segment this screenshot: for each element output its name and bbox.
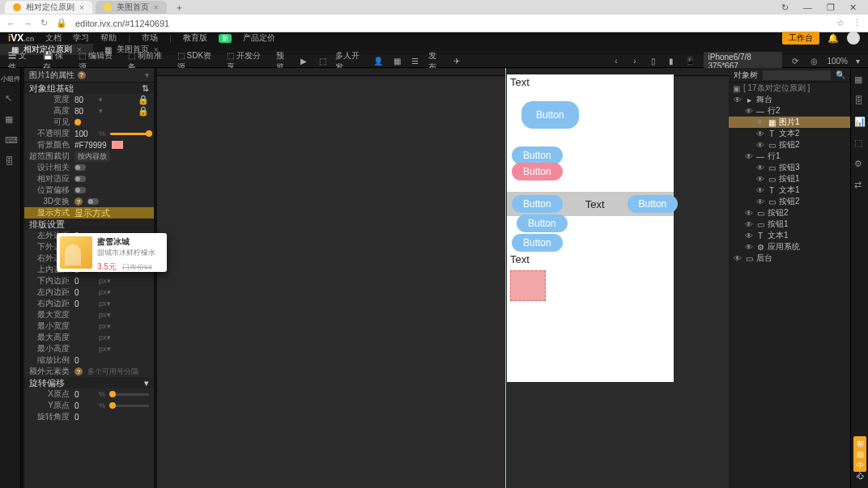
canvas-button-4[interactable]: Button	[512, 195, 563, 213]
color-swatch[interactable]	[112, 141, 123, 149]
opacity-input[interactable]: 100	[74, 129, 94, 138]
tree-row-2[interactable]: 👁▦图片1	[729, 117, 850, 128]
workspace-button[interactable]: 工作台	[782, 32, 819, 45]
tree-row-12[interactable]: 👁T文本1	[729, 230, 850, 241]
back-icon[interactable]: ←	[6, 19, 15, 28]
lock-icon-2[interactable]: 🔒	[138, 106, 149, 117]
yorigin-slider[interactable]	[110, 405, 149, 407]
tree-row-9[interactable]: 👁▭按钮2	[729, 196, 850, 207]
new-tab[interactable]: ＋	[175, 2, 184, 14]
help-float[interactable]: 帮助中心	[853, 436, 866, 472]
search-icon[interactable]: 🔍	[836, 70, 845, 79]
eye-icon[interactable]: 👁	[745, 152, 753, 161]
eye-icon[interactable]: 👁	[756, 197, 764, 206]
rr-swap-icon[interactable]: ⇄	[854, 180, 866, 191]
bgcolor-input[interactable]: #F79999	[74, 141, 107, 150]
width-input[interactable]: 80	[74, 95, 94, 104]
canvas-button-3[interactable]: Button	[512, 163, 563, 180]
eye-icon[interactable]: 👁	[734, 254, 742, 263]
tree-row-13[interactable]: 👁⚙应用系统	[729, 241, 850, 252]
clip-select[interactable]: 按内容放	[74, 151, 110, 162]
grid-icon[interactable]: ▦	[392, 56, 402, 67]
props-collapse-icon[interactable]: ▾	[145, 70, 149, 79]
rot-section[interactable]: 旋转偏移 ▾	[24, 377, 154, 388]
tree-search[interactable]	[763, 70, 831, 80]
zoom-down-icon[interactable]: ▾	[856, 57, 860, 66]
phone-icon[interactable]: 📱	[685, 56, 696, 67]
rr-db-icon[interactable]: 🗄	[854, 95, 866, 107]
tree-row-5[interactable]: 👁—行1	[729, 151, 850, 162]
eye-icon[interactable]: 👁	[756, 129, 764, 138]
menu-edu[interactable]: 教育版	[183, 32, 207, 44]
eye-icon[interactable]: 👁	[745, 231, 753, 240]
guide-line[interactable]	[505, 68, 506, 488]
adapt-toggle[interactable]	[74, 176, 86, 182]
menu-learn[interactable]: 学习	[73, 32, 89, 44]
tab-close-1[interactable]: ×	[79, 3, 84, 12]
canvas-button-2[interactable]: Button	[512, 146, 563, 164]
rail-code-icon[interactable]: ⌨	[5, 135, 16, 146]
device-frame[interactable]: Text Button Button Button Button Text Bu…	[507, 74, 674, 382]
tree-row-3[interactable]: 👁T文本2	[729, 128, 850, 139]
help-badge[interactable]: ?	[78, 71, 86, 79]
menu-help[interactable]: 帮助	[100, 32, 117, 44]
tree-row-6[interactable]: 👁▭按钮3	[729, 162, 850, 173]
reload-icon[interactable]: ↻	[40, 18, 48, 28]
redo-icon[interactable]: ›	[629, 56, 640, 67]
canvas[interactable]: Text Button Button Button Button Text Bu…	[157, 68, 729, 488]
tree-row-8[interactable]: 👁T文本1	[729, 185, 850, 196]
play-icon[interactable]: ▶	[299, 56, 309, 67]
tree-row-10[interactable]: 👁▭按钮2	[729, 207, 850, 219]
eye-icon[interactable]: 👁	[745, 107, 753, 116]
extra-input[interactable]: 多个可用号分隔	[87, 367, 138, 377]
canvas-text-1[interactable]: Text	[507, 74, 674, 90]
eye-icon[interactable]: 👁	[745, 209, 753, 218]
canvas-button-1[interactable]: Button	[521, 101, 579, 129]
tree-row-11[interactable]: 👁▭按钮1	[729, 219, 850, 230]
list-icon[interactable]: ☰	[410, 56, 420, 67]
rr-gear-icon[interactable]: ⚙	[854, 159, 866, 170]
target-icon[interactable]: ◎	[809, 56, 819, 67]
tree-row-0[interactable]: 👁▸舞台	[729, 94, 850, 105]
forward-icon[interactable]: →	[23, 19, 32, 28]
canvas-button-6[interactable]: Button	[517, 214, 568, 232]
browser-tab-2[interactable]: 美图首页 ×	[96, 1, 167, 14]
refresh-icon[interactable]: ⟳	[790, 56, 801, 67]
rr-anim-icon[interactable]: ⬚	[854, 138, 866, 149]
minimize-icon[interactable]: —	[803, 2, 812, 13]
canvas-button-7[interactable]: Button	[512, 234, 563, 252]
lock-icon[interactable]: 🔒	[138, 95, 149, 105]
eye-icon[interactable]: 👁	[756, 163, 764, 172]
xorigin-slider[interactable]	[110, 393, 149, 396]
visible-toggle[interactable]	[74, 119, 81, 125]
canvas-text-mid[interactable]: Text	[585, 198, 605, 210]
tree-row-1[interactable]: 👁—行2	[729, 105, 850, 117]
border-section[interactable]: 排版设置	[24, 219, 154, 230]
rr-chart-icon[interactable]: 📊	[854, 117, 866, 128]
eye-icon[interactable]: 👁	[756, 141, 764, 150]
star-icon[interactable]: ☆	[836, 18, 845, 28]
design-toggle[interactable]	[74, 164, 86, 171]
canvas-button-5[interactable]: Button	[628, 195, 679, 213]
rr-layers-icon[interactable]: ▦	[854, 74, 866, 86]
zoom-val[interactable]: 100%	[827, 57, 848, 66]
url-text[interactable]: editor.ivx.cn/#11240691	[75, 19, 828, 28]
canvas-text-2[interactable]: Text	[507, 252, 674, 267]
eye-icon[interactable]: 👁	[756, 186, 764, 195]
canvas-row[interactable]: Button Text Button	[507, 192, 674, 216]
close-icon[interactable]: ✕	[849, 2, 857, 13]
eye-icon[interactable]: 👁	[745, 243, 753, 252]
group-basic[interactable]: 对象组基础 ⇅	[24, 83, 154, 94]
canvas-image-1[interactable]	[510, 270, 546, 301]
eye-icon[interactable]: 👁	[756, 175, 764, 184]
send-icon[interactable]: ✈	[452, 56, 462, 67]
tree-row-7[interactable]: 👁▭按钮1	[729, 173, 850, 185]
rail-db-icon[interactable]: 🗄	[5, 156, 16, 168]
avatar[interactable]	[847, 32, 860, 45]
maximize-icon[interactable]: ❐	[827, 2, 835, 13]
opacity-slider[interactable]	[110, 133, 149, 135]
bell-icon[interactable]: 🔔	[828, 33, 839, 44]
sync-icon[interactable]: ↻	[781, 2, 789, 13]
tab-close-2[interactable]: ×	[154, 3, 159, 12]
qr-icon[interactable]: ⬚	[317, 56, 328, 67]
